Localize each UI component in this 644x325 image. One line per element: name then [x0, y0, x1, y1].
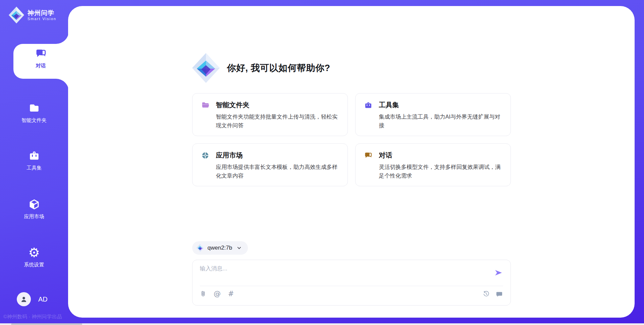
card-title: 应用市场 — [216, 151, 243, 160]
history-button[interactable] — [483, 289, 490, 298]
sidebar-item-label: 对话 — [36, 63, 46, 69]
card-description: 集成市场上主流工具，助力AI与外界无缝扩展与对接 — [379, 113, 502, 130]
feedback-button[interactable] — [496, 289, 503, 298]
composer-tools-right — [483, 289, 503, 298]
card-head: 应用市场 — [201, 151, 339, 160]
paper-plane-icon — [494, 268, 503, 277]
card-title: 对话 — [379, 151, 392, 160]
paperclip-icon — [200, 290, 207, 298]
card-title: 工具集 — [379, 101, 399, 110]
user-name: AD — [38, 296, 48, 303]
content-column: 你好, 我可以如何帮助你? 智能文件夹 智能文件夹功能支持批量文件上传与清洗，轻… — [192, 6, 511, 306]
main-panel: 你好, 我可以如何帮助你? 智能文件夹 智能文件夹功能支持批量文件上传与清洗，轻… — [68, 6, 635, 318]
card-smart-folder[interactable]: 智能文件夹 智能文件夹功能支持批量文件上传与清洗，轻松实现文件问答 — [192, 93, 348, 136]
chat-bubble-icon — [496, 290, 503, 298]
composer-divider — [200, 286, 503, 286]
sidebar-item-label: 工具集 — [26, 165, 42, 171]
card-toolset[interactable]: 工具集 集成市场上主流工具，助力AI与外界无缝扩展与对接 — [355, 93, 511, 136]
chat-icon — [35, 48, 47, 60]
chevron-down-icon — [236, 245, 243, 251]
sidebar-item-app-market[interactable]: 应用市场 — [0, 198, 68, 220]
sidebar-item-settings[interactable]: ⚙ 系统设置 — [0, 247, 68, 268]
greeting-title: 你好, 我可以如何帮助你? — [227, 62, 330, 74]
message-input[interactable] — [200, 265, 488, 282]
mention-button[interactable]: @ — [214, 289, 221, 298]
avatar — [17, 292, 31, 306]
greeting-logo-icon — [192, 53, 220, 83]
brand-logo-icon — [9, 7, 24, 23]
attach-file-button[interactable] — [200, 289, 207, 298]
user-account[interactable]: AD — [17, 292, 48, 306]
active-nav-curve-bottom — [56, 79, 69, 91]
sidebar-item-label: 应用市场 — [24, 213, 44, 220]
brand: 神州问学 Smart Vision — [9, 7, 56, 23]
brand-text: 神州问学 Smart Vision — [28, 9, 56, 21]
sidebar-item-label: 系统设置 — [24, 262, 44, 268]
card-head: 工具集 — [364, 101, 502, 110]
sidebar: 神州问学 Smart Vision 对话 智能文件夹 工具集 应用市场 ⚙ 系统… — [0, 0, 68, 325]
gear-icon: ⚙ — [28, 247, 40, 259]
model-name: qwen2:7b — [208, 245, 232, 251]
model-selector-row: qwen2:7b — [192, 241, 511, 255]
copyright-footer: ©神州数码 · 神州问学出品 — [3, 314, 62, 320]
active-nav-curve-top — [56, 31, 69, 44]
sidebar-item-label: 智能文件夹 — [21, 117, 47, 124]
card-description: 应用市场提供丰富长文本模板，助力高效生成多样化文章内容 — [216, 163, 339, 180]
hash-icon: # — [228, 290, 234, 298]
card-description: 灵活切换多模型文件，支持多样回复效果调试，满足个性化需求 — [379, 163, 502, 180]
model-selector[interactable]: qwen2:7b — [192, 241, 248, 255]
card-head: 对话 — [364, 151, 502, 160]
brand-name: 神州问学 — [28, 9, 56, 17]
sidebar-item-chat[interactable]: 对话 — [13, 48, 68, 69]
composer-tools-left: @ # — [200, 289, 235, 298]
clock-rewind-icon — [483, 290, 490, 298]
at-icon: @ — [214, 290, 221, 298]
folder-open-icon — [201, 101, 209, 109]
card-head: 智能文件夹 — [201, 101, 339, 110]
brand-subtitle: Smart Vision — [28, 17, 56, 21]
folder-icon — [28, 102, 40, 114]
toolbox-icon — [28, 150, 40, 162]
grid-sphere-icon — [201, 151, 209, 159]
send-button[interactable] — [494, 268, 503, 277]
toolbox-icon — [364, 101, 372, 109]
card-description: 智能文件夹功能支持批量文件上传与清洗，轻松实现文件问答 — [216, 113, 339, 130]
card-chat[interactable]: 对话 灵活切换多模型文件，支持多样回复效果调试，满足个性化需求 — [355, 143, 511, 186]
topic-button[interactable]: # — [227, 289, 235, 298]
user-icon — [19, 295, 28, 304]
message-composer: @ # — [192, 260, 511, 306]
card-app-market[interactable]: 应用市场 应用市场提供丰富长文本模板，助力高效生成多样化文章内容 — [192, 143, 348, 186]
composer-toolbar: @ # — [200, 289, 503, 298]
card-title: 智能文件夹 — [216, 101, 250, 110]
app-root: 神州问学 Smart Vision 对话 智能文件夹 工具集 应用市场 ⚙ 系统… — [0, 0, 644, 325]
cube-icon — [28, 198, 40, 210]
horizontal-scrollbar — [0, 323, 644, 325]
greeting: 你好, 我可以如何帮助你? — [192, 53, 511, 83]
model-logo-icon — [197, 244, 204, 252]
scrollbar-thumb[interactable] — [11, 323, 82, 325]
sidebar-item-smart-folder[interactable]: 智能文件夹 — [0, 102, 68, 124]
chat-icon — [364, 151, 372, 159]
sidebar-item-toolset[interactable]: 工具集 — [0, 150, 68, 171]
feature-cards: 智能文件夹 智能文件夹功能支持批量文件上传与清洗，轻松实现文件问答 工具集 集成… — [192, 93, 511, 186]
